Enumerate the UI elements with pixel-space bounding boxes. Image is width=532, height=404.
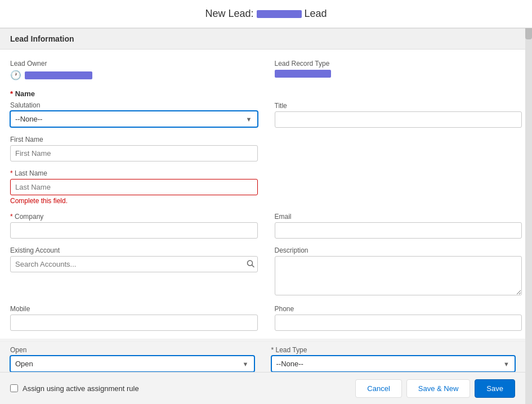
clock-icon: 🕐 <box>10 70 21 80</box>
bottom-left: Assign using active assignment rule <box>10 384 139 393</box>
title-blur <box>257 10 302 18</box>
form-body: Lead Owner 🕐 Lead Record Type * Name Sal… <box>0 50 532 339</box>
open-select[interactable]: Open <box>10 356 254 372</box>
name-section-label: * Name <box>10 89 258 98</box>
name-title-row: * Name Salutation --None-- Mr. Ms. Mrs. … <box>10 89 522 128</box>
description-col: Description <box>275 246 522 297</box>
mobile-label: Mobile <box>10 305 258 313</box>
company-input[interactable] <box>10 222 258 239</box>
open-select-wrapper: Open <box>10 356 254 372</box>
section-header: Lead Information <box>0 28 532 50</box>
description-input[interactable] <box>275 256 522 295</box>
lead-record-type-label: Lead Record Type <box>275 60 522 68</box>
title-col: Title <box>275 89 522 128</box>
company-col: * Company <box>10 213 258 239</box>
page-title: New Lead: <box>205 8 256 19</box>
salutation-select[interactable]: --None-- Mr. Ms. Mrs. Dr. Prof. <box>10 111 258 127</box>
title-label: Title <box>275 102 522 110</box>
lead-record-type-col: Lead Record Type <box>275 60 522 80</box>
email-input[interactable] <box>275 222 522 239</box>
firstname-input[interactable] <box>10 145 258 161</box>
bottom-right: Cancel Save & New Save <box>355 379 515 398</box>
lead-owner-value: 🕐 <box>10 70 258 80</box>
lead-owner-col: Lead Owner 🕐 <box>10 60 258 80</box>
email-label: Email <box>275 213 522 221</box>
lastname-col: * Last Name Complete this field. <box>10 169 258 205</box>
lead-type-select[interactable]: --None-- <box>271 356 516 372</box>
lastname-error: Complete this field. <box>10 197 258 205</box>
firstname-row: First Name <box>10 136 522 161</box>
firstname-label: First Name <box>10 136 258 143</box>
company-label: * Company <box>10 213 258 221</box>
lead-owner-name <box>25 71 92 79</box>
svg-line-1 <box>252 265 254 267</box>
description-label: Description <box>275 246 522 254</box>
phone-col: Phone <box>275 305 522 331</box>
bottom-fields: Open Open * Lead Type --None-- <box>0 341 525 372</box>
lead-type-wrapper: --None-- <box>271 356 516 372</box>
lastname-right-col <box>275 169 522 205</box>
page-title-suffix: Lead <box>305 8 327 19</box>
open-col: Open Open <box>10 346 254 372</box>
firstname-right-col <box>275 136 522 161</box>
existing-account-col: Existing Account <box>10 246 258 297</box>
save-new-button[interactable]: Save & New <box>406 379 471 398</box>
firstname-col: First Name <box>10 136 258 161</box>
email-col: Email <box>275 213 522 239</box>
search-accounts-input[interactable] <box>10 256 258 272</box>
account-description-row: Existing Account Description <box>10 246 522 297</box>
salutation-label: Salutation <box>10 101 258 109</box>
phone-input[interactable] <box>275 315 522 331</box>
page-header: New Lead: Lead <box>0 0 532 28</box>
bottom-bar: Assign using active assignment rule Canc… <box>0 372 525 404</box>
title-input[interactable] <box>275 111 522 128</box>
section-title: Lead Information <box>10 34 74 43</box>
lastname-label: * Last Name <box>10 169 258 177</box>
assign-label: Assign using active assignment rule <box>23 384 139 393</box>
open-label: Open <box>10 346 254 354</box>
search-accounts-wrapper <box>10 256 258 272</box>
existing-account-label: Existing Account <box>10 246 258 254</box>
search-accounts-button[interactable] <box>247 259 254 269</box>
lead-type-col: * Lead Type --None-- <box>271 346 516 372</box>
mobile-col: Mobile <box>10 305 258 331</box>
lastname-row: * Last Name Complete this field. <box>10 169 522 205</box>
assign-checkbox[interactable] <box>10 384 18 392</box>
phone-label: Phone <box>275 305 522 313</box>
salutation-wrapper: --None-- Mr. Ms. Mrs. Dr. Prof. <box>10 111 258 127</box>
company-email-row: * Company Email <box>10 213 522 239</box>
cancel-button[interactable]: Cancel <box>355 379 401 398</box>
search-icon <box>247 259 254 267</box>
save-button[interactable]: Save <box>475 379 515 398</box>
mobile-phone-row: Mobile Phone <box>10 305 522 331</box>
owner-row: Lead Owner 🕐 Lead Record Type <box>10 60 522 80</box>
lastname-input[interactable] <box>10 179 258 195</box>
name-required-star: * <box>10 89 15 98</box>
lead-record-type-name <box>275 70 331 78</box>
lead-record-type-value <box>275 70 522 79</box>
lead-type-label: * Lead Type <box>271 346 516 354</box>
name-col: * Name Salutation --None-- Mr. Ms. Mrs. … <box>10 89 258 128</box>
lead-owner-label: Lead Owner <box>10 60 258 68</box>
scrollbar[interactable] <box>525 0 532 404</box>
mobile-input[interactable] <box>10 315 258 331</box>
